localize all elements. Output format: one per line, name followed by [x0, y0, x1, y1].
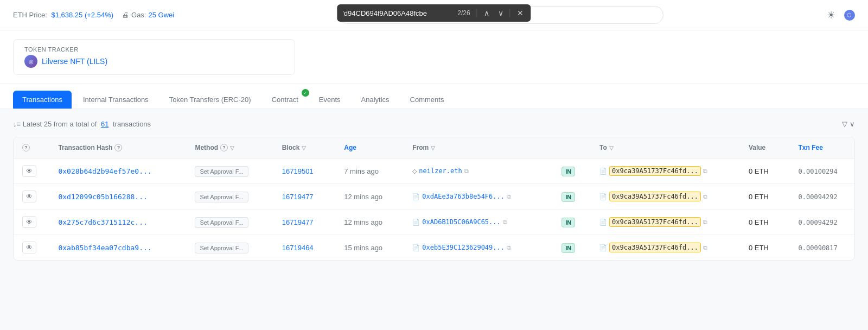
th-hash: Transaction Hash ? [49, 137, 186, 158]
th-value: Value [740, 137, 790, 158]
to-cell-1: 📄 0x9ca39A51737Fc46fd... ⧉ [599, 192, 731, 201]
cell-method-1: Set Approval F... [186, 184, 273, 210]
copy-to-icon-3[interactable]: ⧉ [703, 244, 707, 251]
age-text-2: 12 mins ago [344, 218, 382, 226]
eth-logo: ⬡ [844, 10, 855, 21]
copy-to-icon-1[interactable]: ⧉ [703, 193, 707, 200]
cell-fee-1: 0.00094292 [790, 184, 854, 210]
find-prev-button[interactable]: ∧ [482, 8, 492, 18]
from-link-1[interactable]: 0xdAEe3a763b8e54F6... [422, 193, 505, 200]
summary-bar: ↓≡ Latest 25 from a total of 61 transact… [13, 120, 855, 128]
token-name: ◎ Lilverse NFT (LILS) [24, 55, 107, 68]
tx-hash-link-3[interactable]: 0xab85bf34ea07cdba9... [58, 244, 151, 252]
th-method-help[interactable]: ? [220, 144, 228, 151]
age-text-3: 15 mins ago [344, 244, 382, 252]
to-cell-0: 📄 0x9ca39A51737Fc46fd... ⧉ [599, 166, 731, 176]
table-header: ? Transaction Hash ? Method ? ▽ [14, 137, 854, 158]
eye-button-3[interactable]: 👁 [22, 242, 36, 253]
header-left: ETH Price: $1,638.25 (+2.54%) 🖨 Gas: 25 … [13, 11, 174, 19]
th-help-icon[interactable]: ? [22, 144, 30, 151]
block-link-1[interactable]: 16719477 [282, 193, 314, 201]
cell-fee-3: 0.00090817 [790, 235, 854, 261]
tx-hash-link-0[interactable]: 0x028b64d2b94ef57e0... [58, 167, 151, 175]
eye-button-0[interactable]: 👁 [22, 165, 36, 177]
from-link-3[interactable]: 0xeb5E39C123629049... [422, 244, 505, 251]
cell-block-2: 16719477 [273, 210, 336, 235]
cell-age-3: 15 mins ago [335, 235, 404, 261]
tx-hash-link-1[interactable]: 0xd12099c05b166288... [58, 193, 147, 201]
method-badge-0: Set Approval F... [195, 166, 248, 177]
direction-badge-1: IN [561, 192, 575, 202]
cell-age-0: 7 mins ago [335, 158, 404, 184]
cell-to-1: 📄 0x9ca39A51737Fc46fd... ⧉ [591, 184, 740, 210]
tab-contract[interactable]: Contract✓ [263, 91, 308, 109]
cell-hash-2: 0x275c7d6c3715112c... [49, 210, 186, 235]
token-section: TOKEN TRACKER ◎ Lilverse NFT (LILS) [0, 30, 868, 84]
block-link-3[interactable]: 16719464 [282, 244, 314, 252]
cell-direction-1: IN [553, 184, 591, 210]
cell-from-2: 📄 0xAD6B1D5C06A9C65... ⧉ [404, 210, 553, 235]
verified-badge-contract: ✓ [302, 89, 309, 97]
eye-button-1[interactable]: 👁 [22, 191, 36, 202]
tab-internal[interactable]: Internal Transactions [74, 91, 158, 109]
cell-to-3: 📄 0x9ca39A51737Fc46fd... ⧉ [591, 235, 740, 261]
tab-transactions[interactable]: Transactions [13, 91, 72, 109]
find-next-button[interactable]: ∨ [496, 8, 506, 18]
cell-hash-3: 0xab85bf34ea07cdba9... [49, 235, 186, 261]
cell-from-3: 📄 0xeb5E39C123629049... ⧉ [404, 235, 553, 261]
contract-to-icon-2: 📄 [599, 219, 607, 226]
tab-analytics[interactable]: Analytics [352, 91, 399, 109]
cell-fee-0: 0.00100294 [790, 158, 854, 184]
find-input[interactable] [342, 9, 451, 17]
tab-comments[interactable]: Comments [401, 91, 454, 109]
copy-from-icon-3[interactable]: ⧉ [507, 244, 511, 251]
copy-from-icon-1[interactable]: ⧉ [507, 193, 511, 200]
cell-to-0: 📄 0x9ca39A51737Fc46fd... ⧉ [591, 158, 740, 184]
summary-total[interactable]: 61 [101, 120, 108, 128]
find-close-button[interactable]: ✕ [515, 8, 526, 18]
table-header-row: ? Transaction Hash ? Method ? ▽ [14, 137, 854, 158]
fee-text-3: 0.00090817 [799, 244, 838, 252]
cell-hash-1: 0xd12099c05b166288... [49, 184, 186, 210]
value-text-3: 0 ETH [749, 244, 769, 252]
fee-text-0: 0.00100294 [799, 168, 838, 175]
age-text-0: 7 mins ago [344, 167, 379, 175]
contract-to-icon-3: 📄 [599, 244, 607, 251]
contract-icon: ◇ [412, 168, 417, 175]
tx-hash-link-2[interactable]: 0x275c7d6c3715112c... [58, 218, 147, 226]
copy-to-icon-0[interactable]: ⧉ [703, 168, 707, 175]
value-text-2: 0 ETH [749, 218, 769, 226]
from-link-2[interactable]: 0xAD6B1D5C06A9C65... [422, 218, 501, 226]
cell-method-3: Set Approval F... [186, 235, 273, 261]
th-from-sort-icon[interactable]: ▽ [431, 145, 435, 151]
filter-button[interactable]: ▽ ∨ [842, 120, 855, 128]
tab-events[interactable]: Events [310, 91, 350, 109]
find-divider-2 [510, 9, 510, 17]
cell-to-2: 📄 0x9ca39A51737Fc46fd... ⧉ [591, 210, 740, 235]
eye-button-2[interactable]: 👁 [22, 216, 36, 228]
copy-from-icon-2[interactable]: ⧉ [503, 219, 507, 226]
summary-text: ↓≡ Latest 25 from a total of 61 transact… [13, 120, 151, 128]
th-to-sort-icon[interactable]: ▽ [609, 145, 614, 151]
block-link-0[interactable]: 16719501 [282, 167, 314, 175]
th-method-sort-icon[interactable]: ▽ [230, 145, 234, 151]
block-link-2[interactable]: 16719477 [282, 218, 314, 226]
copy-from-icon-0[interactable]: ⧉ [464, 168, 469, 175]
th-hash-help[interactable]: ? [114, 144, 122, 151]
to-highlighted-3: 0x9ca39A51737Fc46fd... [609, 243, 701, 252]
cell-block-3: 16719464 [273, 235, 336, 261]
tab-token-transfers[interactable]: Token Transfers (ERC-20) [160, 91, 260, 109]
contract-doc-icon: 📄 [412, 219, 420, 226]
cell-value-0: 0 ETH [740, 158, 790, 184]
table-row: 👁 0xab85bf34ea07cdba9... Set Approval F.… [14, 235, 854, 261]
th-block-sort-icon[interactable]: ▽ [302, 145, 306, 151]
from-link-0[interactable]: neilzer.eth [419, 167, 462, 175]
direction-badge-2: IN [561, 218, 575, 227]
theme-toggle-button[interactable]: ☀ [827, 9, 835, 21]
th-to: To ▽ [591, 137, 740, 158]
filter-icon: ▽ [842, 120, 847, 128]
gas-info: 🖨 Gas: 25 Gwei [122, 11, 174, 19]
copy-to-icon-2[interactable]: ⧉ [703, 219, 707, 226]
method-badge-2: Set Approval F... [195, 217, 248, 228]
contract-doc-icon: 📄 [412, 244, 420, 251]
